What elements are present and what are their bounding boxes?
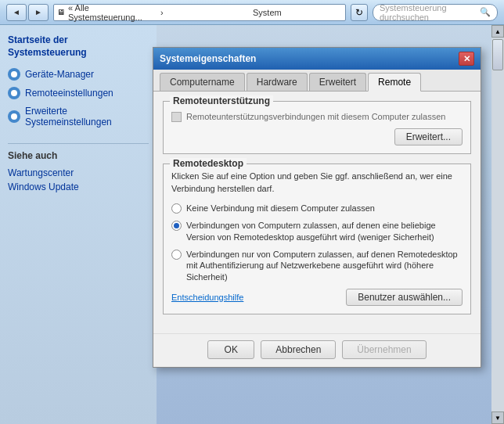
erweiterte-icon	[8, 110, 20, 123]
radio-row-none: Keine Verbindung mit diesem Computer zul…	[171, 203, 463, 214]
search-bar[interactable]: Systemsteuerung durchsuchen 🔍	[373, 4, 498, 21]
radio-row-nla: Verbindungen nur von Computern zulassen,…	[171, 249, 463, 282]
tab-hardware[interactable]: Hardware	[247, 73, 308, 91]
remote-support-group: Remoteunterstützung Remoteunterstützungs…	[163, 101, 471, 154]
bottom-row: Entscheidungshilfe Benutzer auswählen...	[171, 289, 463, 306]
remote-desktop-group: Remotedesktop Klicken Sie auf eine Optio…	[163, 163, 471, 314]
scrollbar[interactable]: ▲ ▼	[491, 25, 504, 424]
sidebar-item-geratemanager[interactable]: Geräte-Manager	[8, 68, 149, 81]
remote-support-checkbox-row: Remoteunterstützungsverbindungen mit die…	[171, 111, 463, 122]
scroll-thumb[interactable]	[492, 39, 503, 70]
radio-none-label: Keine Verbindung mit diesem Computer zul…	[186, 203, 375, 214]
left-panel-title: Startseite der Systemsteuerung	[8, 34, 149, 59]
tab-computername[interactable]: Computername	[160, 73, 245, 91]
radio-row-any: Verbindungen von Computern zulassen, auf…	[171, 220, 463, 243]
scroll-up-button[interactable]: ▲	[491, 25, 504, 38]
cancel-button[interactable]: Abbrechen	[261, 340, 336, 359]
tabs-row: Computername Hardware Erweitert Remote	[153, 70, 481, 92]
radio-none[interactable]	[171, 203, 182, 214]
back-button[interactable]: ◄	[6, 4, 27, 21]
address-breadcrumb: « Alle Systemsteuerung...	[68, 3, 157, 22]
dialog-title-bar: Systemeigenschaften ✕	[153, 48, 481, 70]
tab-remote[interactable]: Remote	[368, 73, 421, 92]
radio-any[interactable]	[171, 221, 182, 231]
geratemanager-label: Geräte-Manager	[25, 69, 94, 80]
radio-any-label: Verbindungen von Computern zulassen, auf…	[186, 220, 463, 243]
forward-button[interactable]: ►	[28, 4, 49, 21]
radio-nla-label: Verbindungen nur von Computern zulassen,…	[186, 249, 463, 282]
search-placeholder: Systemsteuerung durchsuchen	[380, 3, 480, 22]
remote-support-group-label: Remoteunterstützung	[170, 95, 273, 106]
address-bar[interactable]: 🖥 « Alle Systemsteuerung... › System	[53, 4, 346, 21]
apply-button[interactable]: Übernehmen	[342, 340, 426, 359]
address-separator: ›	[160, 8, 250, 17]
erweiterte-label: Erweiterte Systemeinstellungen	[25, 106, 149, 128]
erweitert-btn-row: Erweitert...	[171, 128, 463, 146]
address-icon: 🖥	[57, 8, 65, 16]
address-current: System	[253, 8, 342, 17]
refresh-button[interactable]: ↻	[351, 4, 368, 21]
systemeigenschaften-dialog: Systemeigenschaften ✕ Computername Hardw…	[153, 47, 481, 368]
search-icon: 🔍	[480, 7, 491, 17]
erweitert-button[interactable]: Erweitert...	[394, 128, 463, 146]
remoteeinstellungen-icon	[8, 87, 20, 99]
remoteeinstellungen-label: Remoteeinstellungen	[25, 88, 113, 99]
ok-button[interactable]: OK	[207, 340, 254, 359]
remote-desktop-description: Klicken Sie auf eine Option und geben Si…	[171, 171, 463, 195]
entscheidungshilfe-link[interactable]: Entscheidungshilfe	[171, 293, 243, 302]
scroll-down-button[interactable]: ▼	[491, 411, 504, 424]
radio-nla[interactable]	[171, 250, 182, 260]
see-also-section: Siehe auch Wartungscenter Windows Update	[8, 143, 149, 192]
dialog-close-button[interactable]: ✕	[459, 52, 474, 66]
see-also-title: Siehe auch	[8, 150, 149, 161]
nav-buttons: ◄ ►	[6, 4, 49, 21]
remote-desktop-group-label: Remotedesktop	[170, 158, 247, 169]
dialog-title: Systemeigenschaften	[160, 53, 256, 64]
geratemanager-icon	[8, 68, 20, 81]
dialog-content: Remoteunterstützung Remoteunterstützungs…	[153, 92, 481, 333]
remote-support-checkbox-label: Remoteunterstützungsverbindungen mit die…	[186, 111, 445, 122]
dialog-footer: OK Abbrechen Übernehmen	[153, 333, 481, 367]
left-panel: Startseite der Systemsteuerung Geräte-Ma…	[0, 25, 157, 424]
tab-erweitert[interactable]: Erweitert	[309, 73, 366, 91]
see-also-wartungscenter[interactable]: Wartungscenter	[8, 167, 149, 178]
title-bar: ◄ ► 🖥 « Alle Systemsteuerung... › System…	[0, 0, 504, 25]
see-also-windows-update[interactable]: Windows Update	[8, 181, 149, 192]
sidebar-item-remoteeinstellungen[interactable]: Remoteeinstellungen	[8, 87, 149, 99]
remote-support-checkbox[interactable]	[171, 112, 182, 122]
sidebar-item-erweiterte-systemeinstellungen[interactable]: Erweiterte Systemeinstellungen	[8, 106, 149, 128]
benutzer-auswahlen-button[interactable]: Benutzer auswählen...	[346, 289, 463, 306]
